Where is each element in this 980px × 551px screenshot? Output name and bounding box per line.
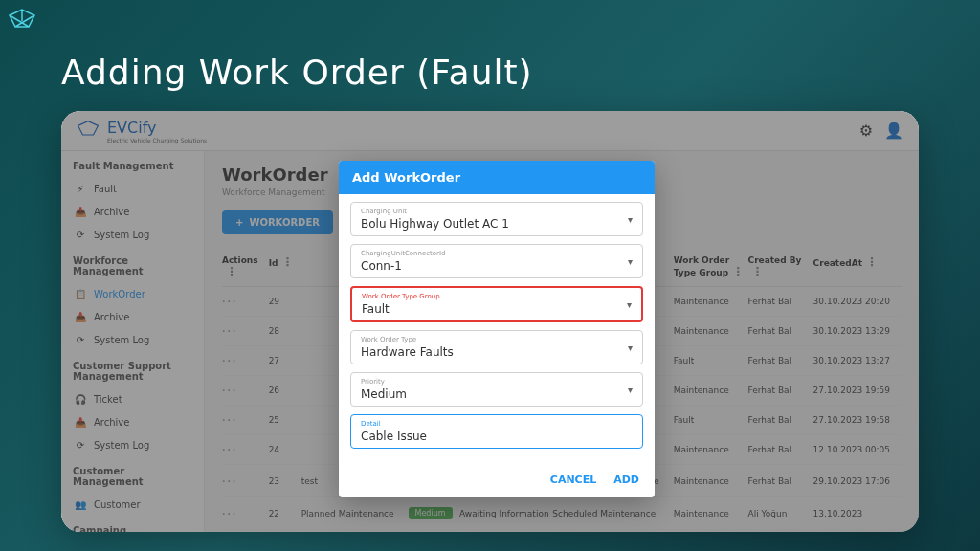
cancel-button[interactable]: CANCEL: [550, 474, 596, 486]
chevron-down-icon: ▾: [628, 256, 633, 267]
field-value: Bolu Highway Outlet AC 1: [361, 217, 633, 231]
field-value: Medium: [361, 387, 633, 401]
field-chargingunitconnectorid[interactable]: ChargingUnitConnectorIdConn-1▾: [350, 244, 643, 278]
field-value: Cable Issue: [361, 430, 633, 443]
field-label: Priority: [361, 378, 633, 386]
slide-decor-logo: [8, 8, 36, 36]
chevron-down-icon: ▾: [628, 342, 633, 353]
modal-title: Add WorkOrder: [339, 161, 655, 194]
field-label: Work Order Type Group: [362, 293, 632, 300]
field-detail[interactable]: DetailCable Issue: [350, 414, 643, 449]
chevron-down-icon: ▾: [627, 299, 632, 310]
field-label: Detail: [361, 420, 633, 428]
field-value: Conn-1: [361, 259, 633, 273]
field-label: Work Order Type: [361, 336, 633, 343]
field-label: ChargingUnitConnectorId: [361, 250, 633, 257]
add-button[interactable]: ADD: [613, 474, 639, 486]
slide-title: Adding Work Order (Fault): [61, 53, 533, 92]
field-value: Hardware Faults: [361, 345, 633, 359]
app-window: EVCify Electric Vehicle Charging Solutio…: [61, 111, 919, 532]
chevron-down-icon: ▾: [628, 214, 633, 225]
chevron-down-icon: ▾: [628, 385, 633, 395]
field-label: Charging Unit: [361, 208, 633, 215]
add-workorder-modal: Add WorkOrder Charging UnitBolu Highway …: [339, 161, 655, 497]
field-priority[interactable]: PriorityMedium▾: [350, 372, 643, 407]
field-work-order-type-group[interactable]: Work Order Type GroupFault▾: [350, 286, 643, 322]
field-work-order-type[interactable]: Work Order TypeHardware Faults▾: [350, 330, 643, 364]
field-charging-unit[interactable]: Charging UnitBolu Highway Outlet AC 1▾: [350, 202, 643, 236]
field-value: Fault: [362, 302, 632, 316]
